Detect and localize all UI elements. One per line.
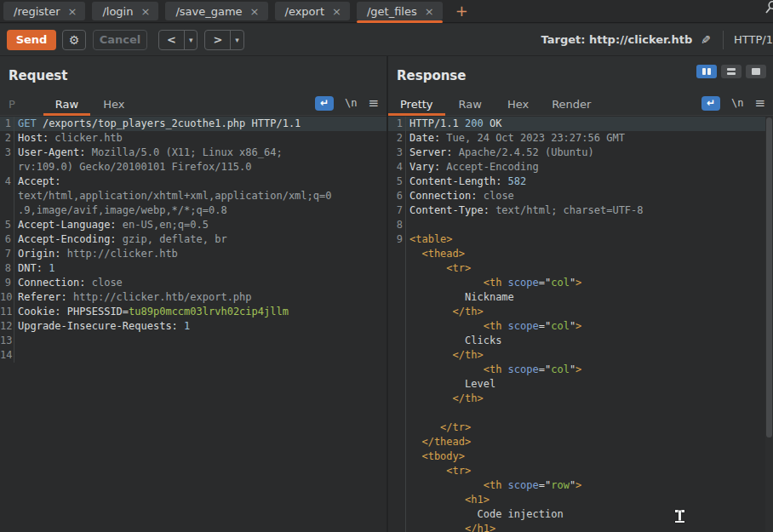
repeater-tab-login[interactable]: /login× (92, 2, 158, 20)
code-line[interactable]: 11Cookie: PHPSESSID=tu89p0mccm03lrvh02ci… (0, 305, 386, 319)
show-newlines-toggle[interactable]: \n (731, 97, 743, 109)
code-line[interactable]: <th scope="col"> (388, 363, 773, 377)
line-number: 11 (0, 305, 14, 319)
code-line[interactable]: </h1> (388, 522, 773, 532)
layout-single-button[interactable] (746, 65, 766, 78)
code-line[interactable]: <tbody> (388, 449, 773, 464)
response-tab-render[interactable]: Render (541, 94, 601, 115)
close-tab-icon[interactable]: × (68, 5, 77, 18)
close-tab-icon[interactable]: × (250, 5, 260, 18)
code-line[interactable]: text/html,application/xhtml+xml,applicat… (0, 189, 386, 203)
code-line[interactable]: </tr> (388, 420, 773, 435)
back-arrow-icon[interactable]: < (159, 31, 184, 49)
code-line[interactable]: 5Content-Length: 582 (388, 174, 773, 189)
code-line[interactable]: </th> (388, 305, 773, 319)
code-line[interactable]: 1HTTP/1.1 200 OK (388, 117, 773, 131)
code-line[interactable]: <h1> (388, 493, 773, 507)
response-editor[interactable]: 1HTTP/1.1 200 OK2Date: Tue, 24 Oct 2023 … (388, 116, 773, 532)
back-dropdown-icon[interactable]: ▾ (185, 31, 198, 49)
code-line[interactable]: </thead> (388, 435, 773, 449)
show-newlines-toggle[interactable]: \n (345, 97, 357, 109)
response-tab-pretty[interactable]: Pretty (388, 94, 445, 115)
code-line[interactable]: <th scope="col"> (388, 276, 773, 290)
line-number: 2 (0, 131, 14, 146)
code-line[interactable]: 13 (0, 334, 386, 348)
code-line[interactable]: 5Accept-Language: en-US,en;q=0.5 (0, 218, 386, 232)
code-line[interactable]: Clicks (388, 334, 773, 348)
code-line[interactable]: 4Accept: (0, 174, 386, 189)
code-line[interactable]: <th scope="col"> (388, 319, 773, 334)
code-line[interactable]: rv:109.0) Gecko/20100101 Firefox/115.0 (0, 160, 386, 174)
code-line[interactable]: <thead> (388, 247, 773, 261)
line-number (388, 464, 405, 478)
code-line[interactable]: <th scope="row"> (388, 478, 773, 493)
word-wrap-toggle-button[interactable]: ↵ (315, 96, 334, 111)
search-icon[interactable] (764, 0, 773, 15)
code-line[interactable]: </th> (388, 392, 773, 406)
repeater-tab-export[interactable]: /export× (275, 2, 350, 20)
http-version-label[interactable]: HTTP/1 (734, 33, 773, 46)
line-number: 1 (0, 117, 14, 131)
close-tab-icon[interactable]: × (332, 5, 341, 18)
code-line[interactable]: 6Connection: close (388, 189, 773, 203)
code-line[interactable]: <tr> (388, 464, 773, 478)
code-line[interactable]: 9<table> (388, 232, 773, 247)
code-line[interactable]: 9Connection: close (0, 276, 386, 290)
settings-button[interactable]: ⚙ (62, 30, 86, 50)
code-line[interactable]: 6Accept-Encoding: gzip, deflate, br (0, 232, 386, 247)
response-tab-hex[interactable]: Hex (497, 94, 539, 115)
close-tab-icon[interactable]: × (425, 5, 434, 18)
response-scrollbar[interactable] (765, 116, 773, 532)
code-line[interactable]: 14 (0, 348, 386, 363)
subtab-label: Raw (55, 98, 78, 111)
edit-target-icon[interactable]: ✎ (701, 33, 711, 47)
editor-menu-icon[interactable]: ≡ (368, 95, 379, 111)
code-line[interactable]: 3User-Agent: Mozilla/5.0 (X11; Linux x86… (0, 146, 386, 160)
cancel-button[interactable]: Cancel (93, 30, 147, 50)
columns-icon (702, 68, 706, 75)
code-line[interactable]: 7Origin: http://clicker.htb (0, 247, 386, 261)
forward-button[interactable]: > ▾ (204, 30, 243, 50)
layout-toggle-group (696, 65, 766, 78)
code-line[interactable]: Nickname (388, 290, 773, 305)
code-line[interactable]: 1GET /exports/top_players_2cuothe1.php H… (0, 117, 386, 131)
repeater-tab-register[interactable]: /register× (3, 2, 85, 20)
request-tab-p[interactable]: P (9, 94, 15, 115)
code-line[interactable]: Code injection (388, 507, 773, 522)
code-line[interactable]: Level (388, 377, 773, 392)
repeater-tab-save_game[interactable]: /save_game× (165, 2, 267, 20)
code-line[interactable]: 8DNT: 1 (0, 261, 386, 276)
code-line[interactable]: <tr> (388, 261, 773, 276)
request-editor[interactable]: 1GET /exports/top_players_2cuothe1.php H… (0, 116, 386, 532)
code-line[interactable]: 8 (388, 218, 773, 232)
line-number: 12 (0, 319, 14, 334)
layout-columns-button[interactable] (696, 65, 717, 78)
response-tab-raw[interactable]: Raw (449, 94, 492, 115)
code-line[interactable]: 3Server: Apache/2.4.52 (Ubuntu) (388, 146, 773, 160)
forward-dropdown-icon[interactable]: ▾ (231, 31, 243, 49)
word-wrap-toggle-button[interactable]: ↵ (701, 96, 720, 111)
code-line[interactable]: </th> (388, 348, 773, 363)
request-tab-hex[interactable]: Hex (93, 94, 135, 115)
code-line[interactable] (388, 406, 773, 420)
layout-rows-button[interactable] (721, 65, 742, 78)
editor-menu-icon[interactable]: ≡ (754, 95, 765, 111)
add-tab-button[interactable]: + (455, 3, 468, 19)
request-tab-raw[interactable]: Raw (43, 94, 90, 115)
forward-arrow-icon[interactable]: > (205, 31, 230, 49)
code-line[interactable]: 2Date: Tue, 24 Oct 2023 23:27:56 GMT (388, 131, 773, 146)
code-line[interactable]: 7Content-Type: text/html; charset=UTF-8 (388, 203, 773, 218)
code-line[interactable]: 12Upgrade-Insecure-Requests: 1 (0, 319, 386, 334)
repeater-tab-get_files[interactable]: /get_files× (357, 2, 443, 20)
code-line[interactable]: 10Referer: http://clicker.htb/export.php (0, 290, 386, 305)
close-tab-icon[interactable]: × (140, 5, 150, 18)
code-text: </th> (405, 305, 484, 319)
code-line[interactable]: .9,image/avif,image/webp,*/*;q=0.8 (0, 203, 386, 218)
scrollbar-thumb[interactable] (766, 117, 772, 438)
back-button[interactable]: < ▾ (158, 30, 198, 50)
code-line[interactable]: 2Host: clicker.htb (0, 131, 386, 146)
code-text: Content-Type: text/html; charset=UTF-8 (405, 203, 644, 218)
send-button[interactable]: Send (7, 30, 56, 50)
code-line[interactable]: 4Vary: Accept-Encoding (388, 160, 773, 174)
code-text: Date: Tue, 24 Oct 2023 23:27:56 GMT (405, 131, 625, 146)
